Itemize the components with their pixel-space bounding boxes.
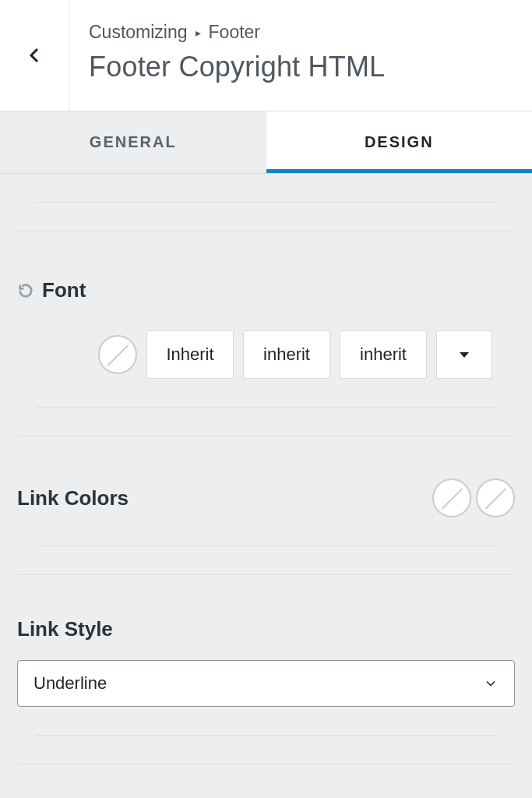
breadcrumb-root: Customizing [89,22,188,43]
chevron-down-icon [483,676,499,691]
caret-down-icon [458,348,470,361]
tab-general[interactable]: General [0,111,266,173]
page-title: Footer Copyright HTML [89,51,385,83]
font-style-value: inherit [360,344,407,365]
font-color-swatch[interactable] [98,335,137,374]
font-heading-row: Font [17,278,515,302]
back-button[interactable] [0,0,70,111]
link-style-value: Underline [33,673,107,694]
tab-bar: General Design [0,111,532,174]
link-style-select[interactable]: Underline [17,660,515,707]
breadcrumb: Customizing ▸ Footer [89,22,385,43]
breadcrumb-parent: Footer [209,22,260,43]
design-panel: Font Inherit inherit inherit Link Colors… [0,202,532,798]
tab-design[interactable]: Design [266,111,533,173]
font-weight-value: inherit [263,344,310,365]
font-style-select[interactable]: inherit [340,330,427,379]
font-controls: Inherit inherit inherit [98,330,515,379]
chevron-left-icon [26,46,44,65]
svg-marker-0 [460,352,469,358]
section-font: Font Inherit inherit inherit [17,231,515,379]
section-margin: Margin 1 Top 0 [17,764,515,798]
font-family-select[interactable]: Inherit [146,330,234,379]
font-heading: Font [42,278,86,302]
customizer-header: Customizing ▸ Footer Footer Copyright HT… [0,0,532,111]
link-colors-heading: Link Colors [17,486,129,510]
reset-icon[interactable] [17,282,34,299]
link-style-heading: Link Style [17,617,515,641]
link-color-swatch-normal[interactable] [432,478,471,517]
section-link-colors: Link Colors [17,436,515,517]
link-color-swatch-hover[interactable] [476,478,515,517]
title-block: Customizing ▸ Footer Footer Copyright HT… [70,0,385,111]
font-weight-select[interactable]: inherit [243,330,330,379]
font-family-value: Inherit [166,344,213,365]
font-more-button[interactable] [436,330,492,379]
breadcrumb-separator-icon: ▸ [196,26,201,39]
section-link-style: Link Style Underline [17,574,515,707]
